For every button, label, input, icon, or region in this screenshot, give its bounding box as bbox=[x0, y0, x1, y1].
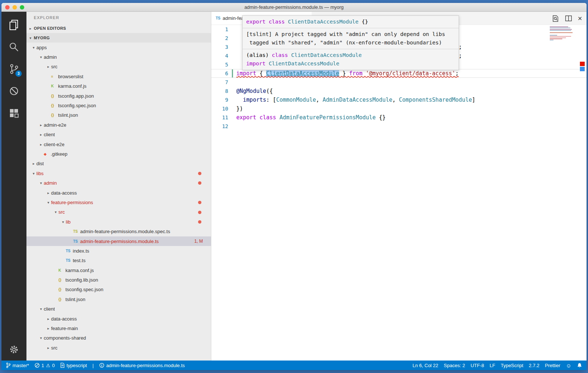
chevron-down-icon[interactable]: ▾ bbox=[38, 336, 44, 340]
line-number[interactable]: 7 bbox=[211, 78, 228, 87]
tree-item-tsconfig.spec.json[interactable]: {}tsconfig.spec.json bbox=[26, 101, 211, 110]
chevron-right-icon[interactable]: ▸ bbox=[46, 191, 51, 195]
language-mode[interactable]: TypeScript bbox=[501, 363, 523, 368]
minimap[interactable] bbox=[550, 26, 573, 41]
tree-item-admin[interactable]: ▾admin bbox=[26, 178, 211, 188]
status-right: Ln 6, Col 22 Spaces: 2 UTF-8 LF TypeScri… bbox=[412, 362, 582, 369]
line-number[interactable]: 1 bbox=[211, 25, 228, 34]
tree-item-src[interactable]: ▸src bbox=[26, 343, 211, 352]
tree-item-data-access[interactable]: ▸data-access bbox=[26, 188, 211, 198]
minimize-window-button[interactable] bbox=[12, 5, 17, 10]
tree-item-tsconfig.spec.json[interactable]: {}tsconfig.spec.json bbox=[26, 285, 211, 294]
line-number[interactable]: 9 bbox=[211, 95, 228, 104]
chevron-down-icon[interactable]: ▾ bbox=[38, 307, 44, 311]
tslint-status[interactable]: typescript bbox=[60, 363, 87, 368]
code-line[interactable]: 7 bbox=[211, 78, 587, 87]
chevron-right-icon[interactable]: ▸ bbox=[46, 65, 51, 69]
tree-item-tsconfig.lib.json[interactable]: {}tsconfig.lib.json bbox=[26, 275, 211, 285]
notifications-bell-icon[interactable] bbox=[577, 363, 582, 368]
split-editor-icon[interactable] bbox=[565, 15, 572, 21]
zoom-window-button[interactable] bbox=[20, 5, 24, 10]
chevron-right-icon[interactable]: ▸ bbox=[38, 142, 44, 146]
tree-item-karma.conf.js[interactable]: Kkarma.conf.js bbox=[26, 82, 211, 91]
chevron-down-icon[interactable]: ▾ bbox=[38, 181, 44, 185]
formatter-status[interactable]: Prettier bbox=[545, 363, 560, 368]
code-line[interactable]: 11export class AdminFeaturePermissionsMo… bbox=[211, 113, 587, 122]
chevron-down-icon[interactable]: ▾ bbox=[38, 55, 44, 59]
tree-item-feature-main[interactable]: ▸feature-main bbox=[26, 323, 211, 333]
line-number[interactable]: 2 bbox=[211, 34, 228, 43]
tree-item-dist[interactable]: ▸dist bbox=[26, 159, 211, 169]
tree-item-karma.conf.js[interactable]: Kkarma.conf.js bbox=[26, 265, 211, 275]
line-number[interactable]: 4 bbox=[211, 51, 228, 60]
encoding-status[interactable]: UTF-8 bbox=[470, 363, 484, 368]
code-line[interactable]: 12 bbox=[211, 122, 587, 131]
tree-item-client[interactable]: ▾client bbox=[26, 304, 211, 314]
eol-status[interactable]: LF bbox=[490, 363, 495, 368]
tree-item-test.ts[interactable]: TStest.ts bbox=[26, 256, 211, 265]
chevron-down-icon[interactable]: ▾ bbox=[53, 210, 58, 214]
tree-item-.gitkeep[interactable]: ◆.gitkeep bbox=[26, 149, 211, 159]
chevron-right-icon[interactable]: ▸ bbox=[46, 326, 51, 330]
chevron-down-icon[interactable]: ▾ bbox=[31, 46, 36, 50]
search-activity-button[interactable] bbox=[6, 38, 22, 56]
feedback-smiley-icon[interactable]: ☺ bbox=[566, 362, 571, 369]
chevron-right-icon[interactable]: ▸ bbox=[46, 317, 51, 321]
chevron-down-icon[interactable]: ▾ bbox=[60, 220, 66, 224]
line-number[interactable]: 6 bbox=[211, 69, 228, 78]
indentation-status[interactable]: Spaces: 2 bbox=[444, 363, 465, 368]
tree-item-feature-permissions[interactable]: ▾feature-permissions bbox=[26, 198, 211, 207]
code-line[interactable]: 10}) bbox=[211, 104, 587, 113]
tree-item-apps[interactable]: ▾apps bbox=[26, 43, 211, 52]
tree-item-client[interactable]: ▸client bbox=[26, 130, 211, 140]
settings-button[interactable] bbox=[1, 344, 26, 355]
line-number[interactable]: 5 bbox=[211, 60, 228, 69]
explorer-activity-button[interactable] bbox=[6, 16, 22, 34]
source-control-activity-button[interactable]: 3 bbox=[6, 60, 22, 78]
code-line[interactable]: 6import { ClientDataAccessModule } from … bbox=[211, 69, 587, 78]
tree-item-admin-e2e[interactable]: ▸admin-e2e bbox=[26, 120, 211, 130]
line-number[interactable]: 3 bbox=[211, 43, 228, 51]
chevron-right-icon[interactable]: ▸ bbox=[38, 123, 44, 127]
tree-item-lib[interactable]: ▾lib bbox=[26, 217, 211, 227]
tree-item-tslint.json[interactable]: {}tslint.json bbox=[26, 294, 211, 304]
tree-item-tslint.json[interactable]: {}tslint.json bbox=[26, 111, 211, 120]
line-number[interactable]: 12 bbox=[211, 122, 228, 131]
root-folder-header[interactable]: ▾ MYORG bbox=[26, 33, 211, 43]
tree-item-src[interactable]: ▸src bbox=[26, 62, 211, 72]
tree-item-client-e2e[interactable]: ▸client-e2e bbox=[26, 140, 211, 149]
chevron-right-icon[interactable]: ▸ bbox=[31, 162, 36, 166]
tree-item-libs[interactable]: ▾libs bbox=[26, 169, 211, 178]
tree-item-data-access[interactable]: ▸data-access bbox=[26, 314, 211, 323]
chevron-down-icon[interactable]: ▾ bbox=[31, 171, 36, 175]
ts-file-icon: TS bbox=[216, 16, 220, 20]
code-token: ; bbox=[459, 52, 462, 59]
tree-item-admin-feature-permissions.module.spec.ts[interactable]: TSadmin-feature-permissions.module.spec.… bbox=[26, 227, 211, 236]
code-line[interactable]: 9 imports: [CommonModule, AdminDataAcces… bbox=[211, 95, 587, 104]
close-window-button[interactable] bbox=[5, 5, 10, 10]
tree-item-browserslist[interactable]: ≡browserslist bbox=[26, 72, 211, 81]
typescript-version[interactable]: 2.7.2 bbox=[529, 363, 539, 368]
debug-activity-button[interactable] bbox=[6, 82, 22, 100]
line-number[interactable]: 10 bbox=[211, 104, 228, 113]
git-branch-status[interactable]: master* bbox=[6, 362, 29, 368]
close-editor-icon[interactable]: × bbox=[578, 15, 582, 22]
tree-item-admin[interactable]: ▾admin bbox=[26, 52, 211, 62]
tree-item-index.ts[interactable]: TSindex.ts bbox=[26, 246, 211, 256]
line-number[interactable]: 8 bbox=[211, 87, 228, 95]
tree-item-admin-feature-permissions.module.ts[interactable]: TSadmin-feature-permissions.module.ts1, … bbox=[26, 236, 211, 246]
chevron-right-icon[interactable]: ▸ bbox=[38, 133, 44, 137]
cursor-position[interactable]: Ln 6, Col 22 bbox=[412, 363, 438, 368]
open-changes-icon[interactable] bbox=[552, 15, 559, 22]
tree-item-tsconfig.app.json[interactable]: {}tsconfig.app.json bbox=[26, 91, 211, 101]
tree-item-src[interactable]: ▾src bbox=[26, 207, 211, 217]
chevron-down-icon[interactable]: ▾ bbox=[46, 200, 51, 204]
chevron-right-icon[interactable]: ▸ bbox=[46, 346, 51, 350]
line-number[interactable]: 11 bbox=[211, 113, 228, 122]
tree-item-components-shared[interactable]: ▾components-shared bbox=[26, 333, 211, 343]
problems-status[interactable]: 1 ⚠ 0 bbox=[35, 363, 55, 368]
code-line[interactable]: 8@NgModule({ bbox=[211, 87, 587, 95]
active-file-status[interactable]: admin-feature-permissions.module.ts bbox=[99, 363, 185, 368]
extensions-activity-button[interactable] bbox=[6, 104, 22, 122]
open-editors-header[interactable]: ▸ OPEN EDITORS bbox=[26, 23, 211, 33]
